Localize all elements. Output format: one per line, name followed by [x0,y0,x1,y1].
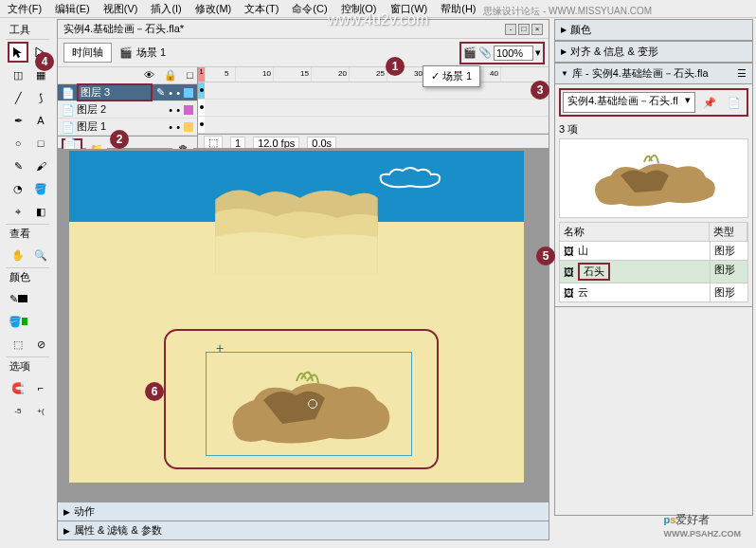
menu-help[interactable]: 帮助(H) [441,2,476,15]
ink-bottle-tool[interactable]: ◔ [8,178,28,199]
option-4[interactable]: +( [30,400,51,421]
selection-tool[interactable] [8,42,28,63]
cloud-icon [372,165,448,193]
minimize-button[interactable]: - [505,24,516,35]
layer-row-2[interactable]: 📄 图层 2 •• [58,101,197,119]
library-item-cloud[interactable]: 🖼云 图形 [559,283,748,302]
edit-symbol-icon[interactable]: 📎 [478,46,492,59]
edit-scene-icon[interactable]: 🎬 [463,46,477,59]
menu-text[interactable]: 文本(T) [244,2,279,15]
close-button[interactable]: × [531,24,543,35]
document-title: 实例4.基础绘画－石头.fla* [63,22,505,36]
line-tool[interactable]: ╱ [8,87,28,108]
symbol-icon: 🖼 [564,246,574,257]
current-frame: 1 [230,137,245,149]
outline-icon[interactable]: □ [187,69,193,82]
actions-label: 动作 [74,504,95,519]
menu-insert[interactable]: 插入(I) [151,2,181,15]
option-2[interactable]: ⌐ [30,377,51,398]
library-item-rock[interactable]: 🖼石头 图形 [559,261,748,283]
zoom-dropdown-icon[interactable]: ▾ [535,46,541,59]
menu-control[interactable]: 控制(O) [341,2,377,15]
layer-row-1[interactable]: 📄 图层 1 •• [58,119,197,136]
toolbox-title: 工具 [6,21,49,40]
arrow-icon [11,46,25,59]
new-library-button[interactable]: 📄 [724,92,745,113]
brush-tool[interactable]: 🖌 [30,155,51,176]
actions-panel[interactable]: ▶动作 [58,502,549,521]
col-type[interactable]: 类型 [710,223,747,241]
view-label: 查看 [6,224,49,243]
scene-icon: 🎬 [119,46,133,59]
eyedropper-tool[interactable]: ⌖ [8,201,28,222]
maximize-button[interactable]: □ [518,24,530,35]
eraser-tool[interactable]: ◧ [30,201,51,222]
panel-menu-icon[interactable]: ☰ [737,67,747,80]
callout-2: 2 [110,130,129,149]
pin-library-button[interactable]: 📌 [699,92,720,113]
menu-edit[interactable]: 编辑(E) [55,2,90,15]
text-tool[interactable]: A [30,110,51,131]
col-name[interactable]: 名称 [560,223,710,241]
oval-tool[interactable]: ○ [8,133,28,154]
layer-icon: 📄 [62,104,73,116]
symbol-icon: 🖼 [564,287,574,299]
eye-icon[interactable]: 👁 [144,69,154,82]
menu-view[interactable]: 视图(V) [103,2,138,15]
library-item-mountain[interactable]: 🖼山 图形 [559,242,748,261]
elapsed-time: 0.0s [307,137,336,149]
menu-window[interactable]: 窗口(W) [390,2,428,15]
pen-tool[interactable]: ✒ [8,110,28,131]
layer-icon: 📄 [62,121,73,133]
swap-colors[interactable]: ⬚ [8,334,28,355]
right-panels: ▶颜色 ▶对齐 & 信息 & 变形 ▼库 - 实例4.基础绘画－石头.fla☰ … [554,19,753,516]
callout-3: 3 [531,81,549,100]
option-3[interactable]: -5 [8,400,28,421]
properties-label: 属性 & 滤镜 & 参数 [74,523,162,538]
library-file-dropdown[interactable]: 实例4.基础绘画－石头.fl▾ [563,92,695,113]
properties-panel[interactable]: ▶属性 & 滤镜 & 参数 [58,521,549,539]
color-label: 颜色 [6,267,49,286]
align-panel-title[interactable]: ▶对齐 & 信息 & 变形 [554,41,753,63]
frames-panel[interactable]: 1 ⬚ 1 12.0 fps 0.0s [198,67,549,148]
canvas-area[interactable]: + [58,149,549,502]
desert-illustration [69,179,524,274]
pencil-icon: ✎ [156,86,165,99]
layer-icon: 📄 [62,87,73,99]
stage: + [69,151,524,483]
menu-file[interactable]: 文件(F) [8,2,42,15]
free-transform-tool[interactable]: ◫ [8,64,28,85]
layer-name: 图层 2 [77,102,165,117]
symbol-icon: 🖼 [564,266,574,278]
toolbox: 工具 ◫ ▦ ╱ ⟆ ✒ A ○ □ ✎ 🖌 ◔ 🪣 ⌖ ◧ 查看 ✋ 🔍 颜色… [4,19,51,425]
callout-4: 4 [35,52,54,71]
lock-icon[interactable]: 🔒 [164,69,177,82]
library-preview [559,138,748,218]
pencil-tool[interactable]: ✎ [8,155,28,176]
transform-center [308,399,317,409]
library-panel-title[interactable]: ▼库 - 实例4.基础绘画－石头.fla☰ [554,63,753,84]
zoom-tool[interactable]: 🔍 [30,245,51,265]
registration-point: + [216,340,224,356]
zoom-input[interactable] [494,46,533,61]
layer-name: 图层 3 [77,83,153,101]
color-panel-title[interactable]: ▶颜色 [554,19,753,41]
hand-tool[interactable]: ✋ [8,245,28,265]
stroke-color[interactable]: ✎ [8,288,28,309]
callout-5: 5 [536,247,555,265]
lasso-tool[interactable]: ⟆ [30,87,51,108]
snap-tool[interactable]: 🧲 [8,377,28,398]
layer-row-3[interactable]: 📄 图层 3 ✎ •• [58,84,197,101]
rectangle-tool[interactable]: □ [30,133,51,154]
no-color[interactable]: ⊘ [30,334,51,355]
paint-bucket-tool[interactable]: 🪣 [30,178,51,199]
menu-modify[interactable]: 修改(M) [195,2,232,15]
scene-popup[interactable]: ✓ 场景 1 [423,65,480,87]
fill-color[interactable]: 🪣 [8,311,28,332]
timeline-tab[interactable]: 时间轴 [63,43,112,63]
library-count: 3 项 [559,120,748,138]
menu-commands[interactable]: 命令(C) [292,2,327,15]
onion-skin-icon[interactable]: ⬚ [204,136,223,148]
library-header: 名称 类型 [559,222,748,242]
scene-label[interactable]: 🎬 场景 1 [119,46,166,60]
